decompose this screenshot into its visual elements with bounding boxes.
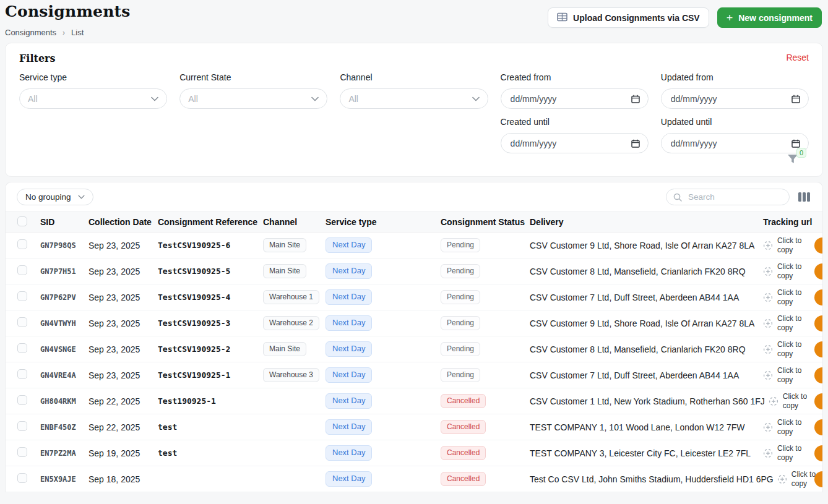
row-collection-date: Sep 19, 2025: [88, 448, 158, 458]
status-badge: Cancelled: [441, 420, 486, 434]
service-type-label: Service type: [19, 72, 167, 82]
row-reference: test: [158, 422, 263, 432]
status-badge: Pending: [441, 342, 480, 356]
row-reference: Test190925-1: [158, 396, 263, 406]
row-collection-date: Sep 23, 2025: [88, 370, 158, 380]
tracking-copy-button[interactable]: Click to copy: [763, 444, 822, 463]
row-checkbox[interactable]: [17, 265, 27, 275]
service-type-badge: Next Day: [326, 419, 372, 434]
chevron-down-icon: [472, 96, 480, 101]
search-box: [666, 189, 790, 205]
row-checkbox[interactable]: [17, 395, 27, 405]
tracking-copy-label: Click to copy: [777, 418, 808, 437]
created-until-label: Created until: [501, 117, 649, 127]
row-checkbox[interactable]: [17, 447, 27, 457]
row-checkbox[interactable]: [17, 369, 27, 379]
row-sid: GN7P7H51: [40, 267, 88, 276]
tracking-copy-label: Click to copy: [777, 314, 808, 333]
row-collection-date: Sep 23, 2025: [88, 318, 158, 328]
status-badge: Pending: [441, 238, 480, 252]
status-badge: Cancelled: [441, 472, 486, 486]
table-row[interactable]: GN7P62PV Sep 23, 2025 TestCSV190925-4 Wa…: [6, 284, 822, 310]
filter-current-state: Current State All: [179, 72, 327, 109]
row-delivery: CSV Customer 9 Ltd, Shore Road, Isle Of …: [530, 241, 763, 250]
tracking-copy-button[interactable]: Click to copy: [763, 236, 822, 255]
grouping-select[interactable]: No grouping: [17, 189, 93, 205]
column-header-service-type[interactable]: Service type: [326, 217, 441, 227]
status-badge: Cancelled: [441, 394, 486, 408]
row-reference: TestCSV190925-2: [158, 344, 263, 354]
new-consignment-button[interactable]: + New consignment: [717, 7, 822, 28]
column-header-reference[interactable]: Consignment Reference: [158, 217, 263, 227]
table-row[interactable]: GN4VSNGE Sep 23, 2025 TestCSV190925-2 Ma…: [6, 336, 822, 362]
service-type-badge: Next Day: [326, 315, 372, 330]
row-delivery: CSV Customer 9 Ltd, Shore Road, Isle Of …: [530, 318, 763, 328]
columns-toggle-button[interactable]: [797, 191, 811, 203]
reset-filters-link[interactable]: Reset: [786, 53, 809, 62]
column-header-tracking-url[interactable]: Tracking url: [763, 217, 822, 227]
calendar-icon[interactable]: [791, 139, 800, 148]
column-header-delivery[interactable]: Delivery: [530, 217, 763, 227]
row-checkbox[interactable]: [17, 291, 27, 301]
breadcrumb-parent[interactable]: Consignments: [5, 28, 56, 37]
page-header: Consignments Consignments › List Upload …: [0, 0, 828, 37]
apply-filters-button[interactable]: 0: [787, 153, 800, 169]
channel-select[interactable]: All: [340, 88, 488, 109]
row-collection-date: Sep 18, 2025: [88, 474, 158, 484]
updated-from-input[interactable]: [670, 93, 791, 105]
table-row[interactable]: ENBF450Z Sep 22, 2025 test Next Day Canc…: [6, 414, 822, 440]
row-checkbox[interactable]: [17, 239, 27, 249]
calendar-icon[interactable]: [631, 139, 640, 148]
service-type-badge: Next Day: [326, 237, 372, 252]
service-type-select[interactable]: All: [19, 88, 167, 109]
table-row[interactable]: EN5X9AJE Sep 18, 2025 Next Day Cancelled…: [6, 466, 822, 492]
service-type-value: All: [28, 94, 38, 104]
table-row[interactable]: GN4VTWYH Sep 23, 2025 TestCSV190925-3 Wa…: [6, 310, 822, 336]
row-checkbox[interactable]: [17, 421, 27, 431]
tracking-copy-button[interactable]: Click to copy: [763, 288, 822, 307]
channel-label: Channel: [340, 72, 488, 82]
column-header-channel[interactable]: Channel: [263, 217, 326, 227]
table-row[interactable]: GN7P98QS Sep 23, 2025 TestCSV190925-6 Ma…: [6, 233, 822, 258]
table-row[interactable]: GN4VRE4A Sep 23, 2025 TestCSV190925-1 Wa…: [6, 362, 822, 388]
search-icon: [673, 193, 682, 202]
column-header-sid[interactable]: SID: [40, 217, 88, 227]
updated-until-input[interactable]: [670, 138, 791, 149]
select-all-checkbox[interactable]: [17, 216, 27, 226]
row-sid: EN5X9AJE: [40, 475, 88, 484]
tracking-copy-button[interactable]: Click to copy: [763, 418, 822, 437]
row-sid: ENBF450Z: [40, 423, 88, 432]
calendar-icon[interactable]: [631, 95, 640, 103]
tracking-copy-button[interactable]: Click to copy: [763, 366, 822, 385]
breadcrumb-current[interactable]: List: [71, 28, 84, 37]
header-actions: Upload Consignments via CSV + New consig…: [548, 7, 822, 28]
created-from-field: [501, 88, 649, 109]
table-row[interactable]: EN7PZ2MA Sep 19, 2025 test Next Day Canc…: [6, 440, 822, 466]
column-header-collection-date[interactable]: Collection Date: [88, 217, 158, 227]
upload-csv-button[interactable]: Upload Consignments via CSV: [548, 7, 709, 28]
row-collection-date: Sep 23, 2025: [88, 293, 158, 302]
created-from-input[interactable]: [509, 93, 631, 105]
row-checkbox[interactable]: [17, 473, 27, 483]
calendar-icon[interactable]: [791, 95, 800, 103]
upload-csv-label: Upload Consignments via CSV: [573, 13, 700, 23]
row-collection-date: Sep 22, 2025: [88, 422, 158, 432]
tracking-copy-button[interactable]: Click to copy: [763, 314, 822, 333]
tracking-copy-label: Click to copy: [777, 444, 808, 463]
tracking-copy-button[interactable]: Click to copy: [763, 340, 822, 359]
updated-until-label: Updated until: [661, 117, 809, 127]
chevron-down-icon: [78, 195, 85, 199]
table-row[interactable]: GN7P7H51 Sep 23, 2025 TestCSV190925-5 Ma…: [6, 258, 822, 284]
column-header-status[interactable]: Consignment Status: [441, 217, 530, 227]
current-state-select[interactable]: All: [179, 88, 327, 109]
row-checkbox[interactable]: [17, 343, 27, 353]
row-checkbox[interactable]: [17, 317, 27, 327]
table-row[interactable]: GH804RKM Sep 22, 2025 Test190925-1 Next …: [6, 388, 822, 414]
search-input[interactable]: [687, 192, 782, 202]
grouping-value: No grouping: [25, 192, 71, 202]
filter-updated-from: Updated from: [661, 72, 809, 109]
tracking-copy-button[interactable]: Click to copy: [763, 262, 822, 281]
created-until-input[interactable]: [509, 138, 631, 149]
row-reference: TestCSV190925-6: [158, 241, 263, 250]
channel-badge: Main Site: [263, 342, 306, 356]
